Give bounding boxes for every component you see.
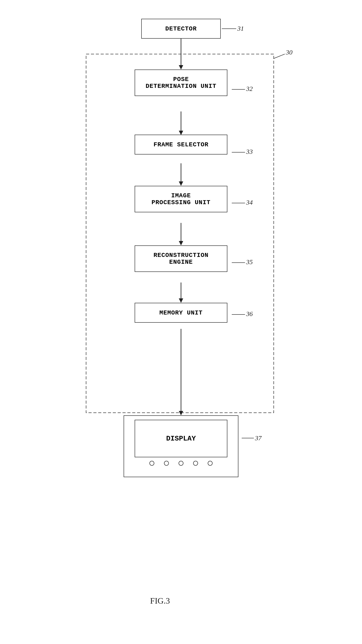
frame-selector-block: FRAME SELECTOR	[135, 135, 227, 154]
display-dot-5	[208, 461, 212, 466]
arrow-head-5	[179, 298, 183, 303]
detector-block: DETECTOR	[141, 19, 221, 38]
pose-ref: 32	[246, 85, 253, 92]
diagram-container: DETECTOR 31 POSE DETERMINATION UNIT 32 F…	[0, 0, 362, 644]
frame-box: FRAME SELECTOR	[135, 135, 227, 154]
reconstruction-block: RECONSTRUCTION ENGINE	[135, 246, 227, 272]
frame-label: FRAME SELECTOR	[154, 141, 208, 148]
memory-ref: 36	[246, 310, 253, 318]
reconstruction-box: RECONSTRUCTION ENGINE	[135, 246, 227, 272]
arrow-head-6	[179, 411, 183, 415]
pose-box: POSE DETERMINATION UNIT	[135, 70, 227, 96]
arrow-head-2	[179, 131, 183, 135]
image-processing-block: IMAGE PROCESSING UNIT	[135, 186, 227, 212]
display-outer-box: DISPLAY	[124, 415, 238, 477]
image-ref: 34	[246, 199, 253, 206]
image-box: IMAGE PROCESSING UNIT	[135, 186, 227, 212]
arrow-head-4	[179, 241, 183, 246]
reconstruction-label: RECONSTRUCTION ENGINE	[154, 252, 208, 266]
detector-box: DETECTOR	[141, 19, 221, 38]
pose-label: POSE DETERMINATION UNIT	[146, 76, 216, 90]
group-ref: 30	[286, 48, 292, 56]
display-dot-2	[164, 461, 169, 466]
arrow-head-1	[179, 65, 183, 70]
detector-ref: 31	[237, 25, 244, 32]
memory-box: MEMORY UNIT	[135, 303, 227, 323]
frame-ref: 33	[246, 148, 253, 155]
svg-line-13	[274, 54, 285, 58]
dashed-group-box	[86, 54, 274, 413]
reconstruction-ref: 35	[246, 258, 253, 266]
arrow-head-3	[179, 182, 183, 186]
memory-label: MEMORY UNIT	[159, 310, 203, 316]
image-label: IMAGE PROCESSING UNIT	[152, 192, 210, 206]
figure-label: FIG.3	[150, 596, 170, 606]
memory-unit-block: MEMORY UNIT	[135, 303, 227, 323]
display-label: DISPLAY	[166, 434, 196, 443]
display-block: DISPLAY	[124, 415, 238, 477]
display-dot-4	[193, 461, 198, 466]
detector-label: DETECTOR	[165, 26, 197, 32]
pose-determination-block: POSE DETERMINATION UNIT	[135, 70, 227, 96]
display-inner-box: DISPLAY	[135, 420, 227, 457]
display-dot-1	[150, 461, 154, 466]
display-dot-3	[178, 461, 184, 466]
display-dots-row	[150, 461, 212, 466]
display-ref: 37	[255, 434, 262, 442]
